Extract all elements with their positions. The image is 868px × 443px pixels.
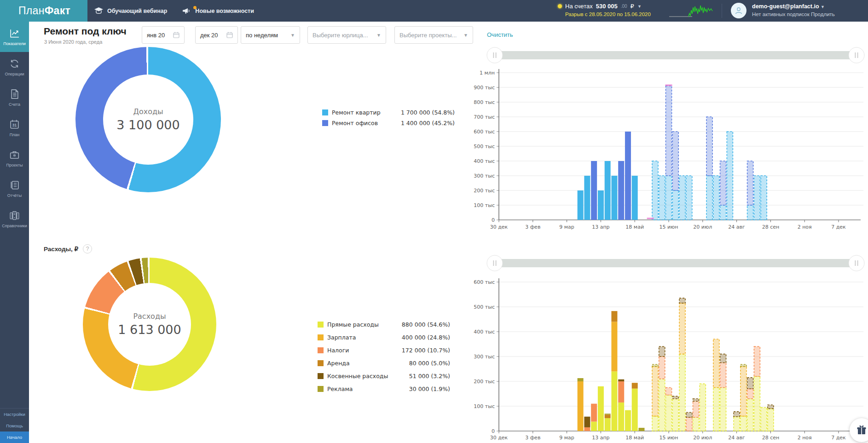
legend-item[interactable]: Ремонт офисов1 400 000 (45.2%): [322, 118, 455, 128]
income-donut-center: Доходы 3 100 000: [103, 75, 193, 165]
date-from-input[interactable]: янв 20: [142, 26, 185, 44]
header-divider: [722, 4, 722, 18]
period-select[interactable]: по неделям ▼: [241, 26, 300, 44]
legend-item[interactable]: Ремонт квартир1 700 000 (54.8%): [322, 107, 455, 118]
plan-bar-segment: [666, 388, 672, 395]
x-axis-label: 28 сен: [762, 224, 780, 230]
menu-item-label: Обучающий вебинар: [107, 8, 167, 14]
sidebar-item-отчёты[interactable]: Отчёты: [0, 173, 29, 204]
x-axis-label: 30 дек: [490, 435, 508, 441]
fact-bar-segment: [611, 322, 617, 371]
legend-label: Прямые расходы: [327, 321, 402, 328]
income-bar-chart[interactable]: 0100 тыс200 тыс300 тыс400 тыс500 тыс600 …: [460, 50, 868, 234]
plan-bar-segment: [747, 399, 753, 431]
sidebar-item-проекты[interactable]: Проекты: [0, 143, 29, 173]
plan-bar-segment: [713, 388, 719, 431]
legend-value: 80 000 (5.0%): [409, 360, 450, 367]
sidebar-item-показатели[interactable]: Показатели: [0, 22, 29, 52]
plan-bar-segment: [761, 408, 767, 431]
expense-bar-chart[interactable]: 0100 тыс200 тыс300 тыс400 тыс500 тыс600 …: [460, 258, 868, 443]
fact-bar-segment: [625, 410, 631, 431]
legend-item[interactable]: Прямые расходы880 000 (54.6%): [318, 318, 450, 331]
sidebar-item-операции[interactable]: Операции: [0, 52, 29, 82]
fact-bar-segment: [591, 404, 597, 422]
legend-value: 172 000 (10.7%): [402, 347, 450, 354]
legend-item[interactable]: Налоги172 000 (10.7%): [318, 344, 450, 357]
plan-bar-segment: [652, 416, 658, 431]
y-axis-label: 900 тыс: [474, 85, 495, 91]
expense-legend: Прямые расходы880 000 (54.6%)Зарплата400…: [318, 318, 450, 395]
legend-item[interactable]: Аренда80 000 (5.0%): [318, 357, 450, 369]
x-axis-label: 15 июн: [659, 224, 678, 230]
sidebar-link-getting-started[interactable]: Начало работы: [0, 431, 29, 443]
legend-value: 51 000 (3.2%): [409, 373, 450, 380]
account-widget[interactable]: demo-guest@planfact.io ▼ Нет активных по…: [731, 3, 835, 18]
chart-range-handle[interactable]: [487, 47, 503, 63]
y-axis-label: 600 тыс: [474, 129, 495, 135]
legend-item[interactable]: Реклама30 000 (1.9%): [318, 382, 450, 395]
expense-donut-chart[interactable]: Расходы 1 613 000: [83, 258, 216, 391]
plan-bar-segment: [727, 132, 733, 220]
fact-bar-segment: [632, 176, 638, 220]
y-axis-label: 0: [492, 217, 495, 223]
chart-marker: [665, 85, 672, 86]
fact-bar-segment: [584, 176, 590, 220]
legend-item[interactable]: Зарплата400 000 (24.8%): [318, 331, 450, 344]
sidebar-link-help[interactable]: Помощь: [0, 420, 29, 431]
projects-select[interactable]: Выберите проекты... ▼: [394, 26, 473, 44]
plan-bar-segment: [761, 176, 767, 220]
chart-range-track[interactable]: [488, 259, 863, 267]
plan-bar-segment: [659, 357, 665, 379]
legal-entity-select[interactable]: Выберите юрлица... ▼: [307, 26, 386, 44]
accounts-balance[interactable]: На счетах 530 005.00 ₽ ▼ Разрыв с 28.05.…: [558, 3, 651, 17]
top-bar: ПланФакт Обучающий вебинар Новые возможн…: [0, 0, 868, 22]
plan-bar-segment: [666, 176, 672, 220]
legend-item[interactable]: Косвенные расходы51 000 (3.2%): [318, 369, 450, 382]
plan-bar-segment: [659, 346, 665, 357]
plan-bar-segment: [659, 379, 665, 431]
subscription-status: Нет активных подписок: [752, 12, 810, 17]
legend-label: Косвенные расходы: [327, 373, 409, 380]
menu-item-webinar[interactable]: Обучающий вебинар: [94, 7, 167, 14]
fact-bar-segment: [625, 132, 631, 220]
x-axis-label: 2 ноя: [798, 224, 812, 230]
sidebar-item-план[interactable]: 31План: [0, 113, 29, 143]
chart-range-handle[interactable]: [849, 47, 864, 63]
y-axis-label: 700 тыс: [474, 114, 495, 120]
fact-bar-segment: [605, 161, 611, 220]
date-to-input[interactable]: дек 20: [195, 26, 238, 44]
income-donut-chart[interactable]: Доходы 3 100 000: [75, 47, 221, 192]
sidebar-link-settings[interactable]: Настройки: [0, 408, 29, 420]
legend-swatch: [322, 120, 328, 126]
y-axis-label: 200 тыс: [474, 188, 495, 194]
app-logo[interactable]: ПланФакт: [0, 0, 87, 22]
sidebar-item-счета[interactable]: Счета: [0, 82, 29, 113]
fact-bar-segment: [598, 190, 604, 220]
period-value: по неделям: [246, 32, 278, 39]
legend-swatch: [318, 322, 324, 328]
clear-filters-link[interactable]: Очистить: [487, 31, 513, 38]
sidebar-item-label: Проекты: [6, 163, 23, 167]
plan-bar-segment: [659, 176, 665, 220]
plan-bar-segment: [672, 190, 678, 220]
chart-range-handle[interactable]: [487, 255, 503, 271]
expense-donut-center: Расходы 1 613 000: [108, 283, 191, 366]
menu-item-news[interactable]: Новые возможности: [183, 7, 254, 15]
help-icon[interactable]: ?: [83, 244, 92, 253]
calendar-icon: [173, 32, 179, 38]
fact-bar-segment: [618, 380, 624, 381]
fact-bar-segment: [591, 421, 597, 431]
chart-range-handle[interactable]: [849, 255, 864, 271]
plan-bar-segment: [747, 205, 753, 220]
plan-bar-segment: [754, 176, 760, 220]
fact-bar-segment: [605, 414, 611, 414]
invoice-icon: [9, 88, 20, 100]
plan-bar-segment: [679, 354, 685, 431]
legend-label: Налоги: [327, 347, 402, 354]
y-axis-label: 100 тыс: [474, 403, 495, 409]
sidebar-item-справочники[interactable]: Справочники: [0, 204, 29, 234]
y-axis-label: 400 тыс: [474, 329, 495, 335]
chart-range-track[interactable]: [488, 51, 863, 59]
fact-bar-segment: [618, 381, 624, 403]
renew-link[interactable]: Продлить: [811, 12, 835, 17]
